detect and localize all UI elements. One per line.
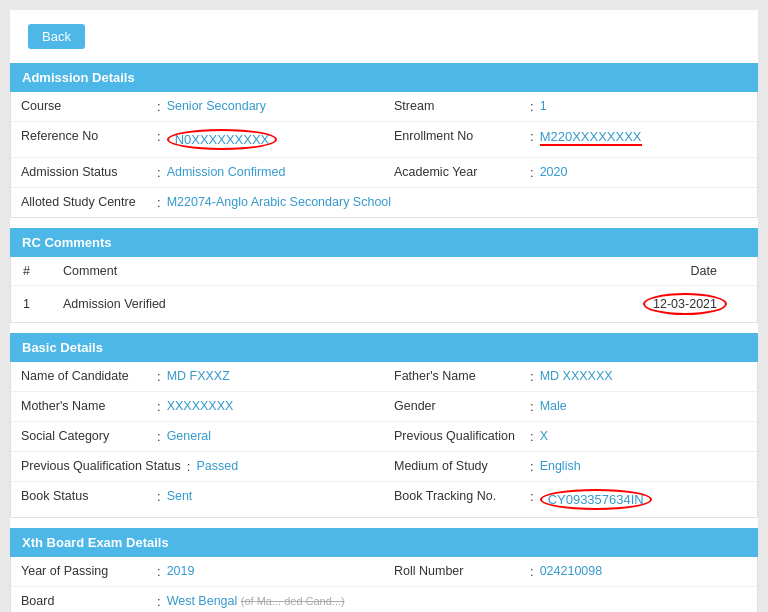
- book-tracking-value: CY093357634IN: [540, 489, 652, 510]
- stream-cell: Stream : 1: [384, 92, 757, 121]
- fathers-name-value: MD XXXXXX: [540, 369, 613, 383]
- qual-status-medium-row: Previous Qualification Status : Passed M…: [11, 452, 757, 482]
- fathers-name-label: Father's Name: [394, 369, 524, 383]
- course-cell: Course : Senior Secondary: [11, 92, 384, 121]
- gender-label: Gender: [394, 399, 524, 413]
- stream-value: 1: [540, 99, 547, 113]
- roll-number-value: 024210098: [540, 564, 603, 578]
- xth-board-exam-section: Xth Board Exam Details Year of Passing :…: [10, 528, 758, 612]
- academic-year-value: 2020: [540, 165, 568, 179]
- name-fathers-row: Name of Candidate : MD FXXXZ Father's Na…: [11, 362, 757, 392]
- basic-details-header: Basic Details: [10, 333, 758, 362]
- roll-number-label: Roll Number: [394, 564, 524, 578]
- board-label: Board: [21, 594, 151, 608]
- mothers-gender-row: Mother's Name : XXXXXXXX Gender : Male: [11, 392, 757, 422]
- year-of-passing-value: 2019: [167, 564, 195, 578]
- previous-qualification-value: X: [540, 429, 548, 443]
- rc-col-comment: Comment: [51, 257, 405, 286]
- admission-status-row: Admission Status : Admission Confirmed A…: [11, 158, 757, 188]
- rc-col-date: Date: [405, 257, 757, 286]
- mothers-name-label: Mother's Name: [21, 399, 151, 413]
- admission-details-section: Admission Details Course : Senior Second…: [10, 63, 758, 218]
- rc-comments-header: RC Comments: [10, 228, 758, 257]
- admission-details-header: Admission Details: [10, 63, 758, 92]
- previous-qualification-label: Previous Qualification: [394, 429, 524, 443]
- reference-no-label: Reference No: [21, 129, 151, 143]
- book-status-cell: Book Status : Sent: [11, 482, 384, 517]
- name-value: MD FXXXZ: [167, 369, 230, 383]
- rc-comments-body: # Comment Date 1 Admission Verified 12-0…: [10, 257, 758, 323]
- xth-board-exam-header: Xth Board Exam Details: [10, 528, 758, 557]
- reference-no-value: N0XXXXXXXXX: [167, 129, 278, 150]
- board-cell: Board : West Bengal (of Ma... ded Cand..…: [11, 587, 384, 612]
- year-of-passing-label: Year of Passing: [21, 564, 151, 578]
- year-roll-row: Year of Passing : 2019 Roll Number : 024…: [11, 557, 757, 587]
- rc-row-comment: Admission Verified: [51, 286, 405, 323]
- rc-table-header-row: # Comment Date: [11, 257, 757, 286]
- gender-cell: Gender : Male: [384, 392, 757, 421]
- fathers-name-cell: Father's Name : MD XXXXXX: [384, 362, 757, 391]
- gender-value: Male: [540, 399, 567, 413]
- rc-comments-table: # Comment Date 1 Admission Verified 12-0…: [11, 257, 757, 322]
- admission-status-cell: Admission Status : Admission Confirmed: [11, 158, 384, 187]
- basic-details-body: Name of Candidate : MD FXXXZ Father's Na…: [10, 362, 758, 518]
- social-prev-qual-row: Social Category : General Previous Quali…: [11, 422, 757, 452]
- name-cell: Name of Candidate : MD FXXXZ: [11, 362, 384, 391]
- medium-of-study-value: English: [540, 459, 581, 473]
- roll-number-cell: Roll Number : 024210098: [384, 557, 757, 586]
- social-category-label: Social Category: [21, 429, 151, 443]
- prev-qual-status-value: Passed: [196, 459, 238, 473]
- rc-row-date: 12-03-2021: [405, 286, 757, 323]
- medium-of-study-label: Medium of Study: [394, 459, 524, 473]
- board-value: West Bengal (of Ma... ded Cand...): [167, 594, 345, 608]
- board-row: Board : West Bengal (of Ma... ded Cand..…: [11, 587, 757, 612]
- enrollment-no-value: M220XXXXXXXX: [540, 129, 642, 146]
- mothers-name-cell: Mother's Name : XXXXXXXX: [11, 392, 384, 421]
- social-category-value: General: [167, 429, 211, 443]
- academic-year-label: Academic Year: [394, 165, 524, 179]
- page-container: Back Admission Details Course : Senior S…: [10, 10, 758, 612]
- academic-year-cell: Academic Year : 2020: [384, 158, 757, 187]
- stream-label: Stream: [394, 99, 524, 113]
- rc-col-num: #: [11, 257, 51, 286]
- prev-qual-status-label: Previous Qualification Status: [21, 459, 181, 473]
- book-tracking-cell: Book Tracking No. : CY093357634IN: [384, 482, 757, 517]
- enrollment-no-label: Enrollment No: [394, 129, 524, 143]
- study-centre-label: Alloted Study Centre: [21, 195, 151, 209]
- rc-row-num: 1: [11, 286, 51, 323]
- rc-comments-section: RC Comments # Comment Date 1 Admission V…: [10, 228, 758, 323]
- admission-details-body: Course : Senior Secondary Stream : 1 Ref…: [10, 92, 758, 218]
- study-centre-row: Alloted Study Centre : M22074-Anglo Arab…: [11, 188, 757, 217]
- book-status-label: Book Status: [21, 489, 151, 503]
- basic-details-section: Basic Details Name of Candidate : MD FXX…: [10, 333, 758, 518]
- name-label: Name of Candidate: [21, 369, 151, 383]
- ref-enrollment-row: Reference No : N0XXXXXXXXX Enrollment No…: [11, 122, 757, 158]
- study-centre-cell: Alloted Study Centre : M22074-Anglo Arab…: [11, 188, 757, 217]
- back-button[interactable]: Back: [28, 24, 85, 49]
- social-category-cell: Social Category : General: [11, 422, 384, 451]
- admission-status-value: Admission Confirmed: [167, 165, 286, 179]
- rc-date-value: 12-03-2021: [643, 293, 727, 315]
- course-stream-row: Course : Senior Secondary Stream : 1: [11, 92, 757, 122]
- book-status-value: Sent: [167, 489, 193, 503]
- admission-status-label: Admission Status: [21, 165, 151, 179]
- prev-qual-status-cell: Previous Qualification Status : Passed: [11, 452, 384, 481]
- mothers-name-value: XXXXXXXX: [167, 399, 234, 413]
- medium-of-study-cell: Medium of Study : English: [384, 452, 757, 481]
- study-centre-value: M22074-Anglo Arabic Secondary School: [167, 195, 391, 209]
- book-tracking-label: Book Tracking No.: [394, 489, 524, 503]
- book-status-tracking-row: Book Status : Sent Book Tracking No. : C…: [11, 482, 757, 517]
- reference-no-cell: Reference No : N0XXXXXXXXX: [11, 122, 384, 157]
- previous-qualification-cell: Previous Qualification : X: [384, 422, 757, 451]
- course-value: Senior Secondary: [167, 99, 266, 113]
- enrollment-no-cell: Enrollment No : M220XXXXXXXX: [384, 122, 757, 157]
- year-of-passing-cell: Year of Passing : 2019: [11, 557, 384, 586]
- board-empty-cell: [384, 587, 757, 612]
- rc-table-row: 1 Admission Verified 12-03-2021: [11, 286, 757, 323]
- course-label: Course: [21, 99, 151, 113]
- xth-board-exam-body: Year of Passing : 2019 Roll Number : 024…: [10, 557, 758, 612]
